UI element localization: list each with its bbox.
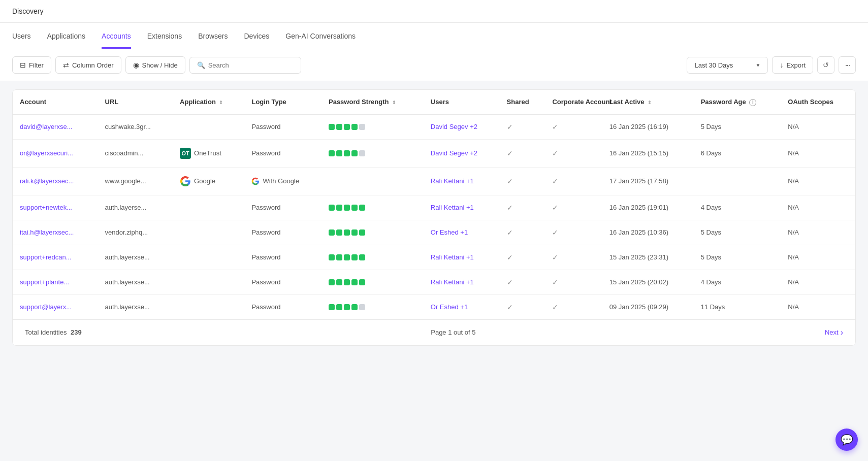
cell-last-active: 16 Jan 2025 (16:19) bbox=[602, 114, 694, 139]
cell-shared: ✓ bbox=[500, 114, 545, 139]
strength-dot bbox=[344, 279, 350, 285]
cell-password-age: 11 Days bbox=[694, 294, 781, 319]
user-link[interactable]: Rali Kettani +1 bbox=[431, 177, 474, 185]
tab-browsers[interactable]: Browsers bbox=[198, 23, 228, 49]
cell-application: OT OneTrust bbox=[173, 139, 244, 167]
table-scroll[interactable]: Account URL Application ⇕ Login Type Pas… bbox=[13, 90, 855, 319]
next-button[interactable]: Next › bbox=[825, 328, 843, 337]
login-type-text: With Google bbox=[263, 177, 299, 185]
cell-account: support+plante... bbox=[13, 270, 98, 294]
user-link[interactable]: Rali Kettani +1 bbox=[431, 253, 474, 261]
cell-password-age: 4 Days bbox=[694, 195, 781, 220]
google-icon bbox=[180, 176, 191, 187]
strength-dot bbox=[344, 304, 350, 310]
col-last-active[interactable]: Last Active ⇕ bbox=[602, 90, 694, 114]
more-options-button[interactable]: ··· bbox=[839, 56, 856, 74]
tab-extensions[interactable]: Extensions bbox=[147, 23, 182, 49]
col-password-strength[interactable]: Password Strength ⇕ bbox=[322, 90, 424, 114]
cell-password-age: 5 Days bbox=[694, 220, 781, 245]
cell-account: support+newtek... bbox=[13, 195, 98, 220]
account-link[interactable]: david@layerxse... bbox=[20, 123, 73, 130]
tab-gen-ai[interactable]: Gen-AI Conversations bbox=[285, 23, 356, 49]
account-link[interactable]: support+redcan... bbox=[20, 253, 72, 261]
strength-dots bbox=[329, 124, 416, 130]
tab-accounts[interactable]: Accounts bbox=[102, 23, 131, 49]
total-identities: Total identities 239 bbox=[25, 328, 82, 336]
app-badge: OT OneTrust bbox=[180, 148, 237, 159]
account-link[interactable]: or@layerxsecuri... bbox=[20, 149, 73, 157]
shared-check-icon: ✓ bbox=[507, 278, 513, 286]
cell-application bbox=[173, 270, 244, 294]
cell-users: Rali Kettani +1 bbox=[424, 245, 500, 270]
account-link[interactable]: support+plante... bbox=[20, 278, 69, 286]
date-range-selector[interactable]: Last 30 Days ▼ bbox=[687, 57, 768, 74]
user-link[interactable]: Rali Kettani +1 bbox=[431, 204, 474, 211]
account-link[interactable]: rali.k@layerxsec... bbox=[20, 177, 74, 185]
strength-dot bbox=[344, 124, 350, 130]
password-age-info-icon[interactable]: i bbox=[749, 99, 756, 106]
account-link[interactable]: support@layerx... bbox=[20, 303, 72, 311]
total-count: 239 bbox=[71, 328, 82, 336]
cell-login-type: Password bbox=[244, 139, 322, 167]
strength-dots bbox=[329, 205, 416, 211]
nav-tabs: Users Applications Accounts Extensions B… bbox=[0, 23, 868, 49]
app-badge: Google bbox=[180, 176, 237, 187]
user-link[interactable]: David Segev +2 bbox=[431, 123, 477, 130]
cell-application bbox=[173, 245, 244, 270]
cell-account: support@layerx... bbox=[13, 294, 98, 319]
show-hide-label: Show / Hide bbox=[142, 61, 178, 69]
cell-account: support+redcan... bbox=[13, 245, 98, 270]
cell-password-age bbox=[694, 167, 781, 195]
show-hide-button[interactable]: ◉ Show / Hide bbox=[125, 56, 185, 74]
column-order-button[interactable]: ⇄ Column Order bbox=[55, 56, 121, 74]
app-name: OneTrust bbox=[194, 149, 221, 157]
cell-oauth-scopes: N/A bbox=[781, 270, 855, 294]
filter-button[interactable]: ⊟ Filter bbox=[12, 56, 51, 74]
tab-applications[interactable]: Applications bbox=[47, 23, 86, 49]
cell-shared: ✓ bbox=[500, 245, 545, 270]
shared-check-icon: ✓ bbox=[507, 253, 513, 261]
more-icon: ··· bbox=[845, 60, 849, 70]
cell-account: itai.h@layerxsec... bbox=[13, 220, 98, 245]
strength-dot bbox=[336, 279, 342, 285]
cell-login-type: Password bbox=[244, 114, 322, 139]
user-link[interactable]: Or Eshed +1 bbox=[431, 303, 468, 311]
corporate-check-icon: ✓ bbox=[552, 149, 558, 157]
refresh-icon: ↺ bbox=[823, 61, 829, 69]
strength-dots bbox=[329, 304, 416, 310]
tab-users[interactable]: Users bbox=[12, 23, 31, 49]
strength-dot bbox=[329, 279, 335, 285]
refresh-button[interactable]: ↺ bbox=[817, 56, 834, 74]
corporate-check-icon: ✓ bbox=[552, 253, 558, 261]
strength-dot bbox=[329, 254, 335, 260]
show-hide-icon: ◉ bbox=[133, 61, 139, 69]
user-link[interactable]: Or Eshed +1 bbox=[431, 228, 468, 236]
cell-oauth-scopes: N/A bbox=[781, 139, 855, 167]
strength-dot bbox=[351, 205, 358, 211]
total-label: Total identities bbox=[25, 328, 67, 336]
table-row: david@layerxse...cushwake.3gr...Password… bbox=[13, 114, 855, 139]
search-icon: 🔍 bbox=[197, 61, 205, 69]
cell-last-active: 09 Jan 2025 (09:29) bbox=[602, 294, 694, 319]
strength-dots bbox=[329, 150, 416, 156]
search-box[interactable]: 🔍 bbox=[189, 57, 301, 74]
cell-password-strength bbox=[322, 270, 424, 294]
app-title: Discovery bbox=[12, 7, 43, 15]
table-container: Account URL Application ⇕ Login Type Pas… bbox=[12, 89, 856, 346]
user-link[interactable]: Rali Kettani +1 bbox=[431, 278, 474, 286]
account-link[interactable]: itai.h@layerxsec... bbox=[20, 228, 74, 236]
col-application[interactable]: Application ⇕ bbox=[173, 90, 244, 114]
sort-icon: ⇕ bbox=[648, 100, 652, 105]
search-input[interactable] bbox=[208, 61, 294, 69]
cell-application bbox=[173, 294, 244, 319]
cell-login-type: Password bbox=[244, 270, 322, 294]
export-button[interactable]: ↓ Export bbox=[772, 56, 813, 74]
user-link[interactable]: David Segev +2 bbox=[431, 149, 477, 157]
strength-dot bbox=[344, 205, 350, 211]
tab-devices[interactable]: Devices bbox=[244, 23, 270, 49]
cell-password-strength bbox=[322, 294, 424, 319]
cell-users: Or Eshed +1 bbox=[424, 220, 500, 245]
table-row: rali.k@layerxsec...www.google... Google … bbox=[13, 167, 855, 195]
account-link[interactable]: support+newtek... bbox=[20, 204, 72, 211]
col-account: Account bbox=[13, 90, 98, 114]
